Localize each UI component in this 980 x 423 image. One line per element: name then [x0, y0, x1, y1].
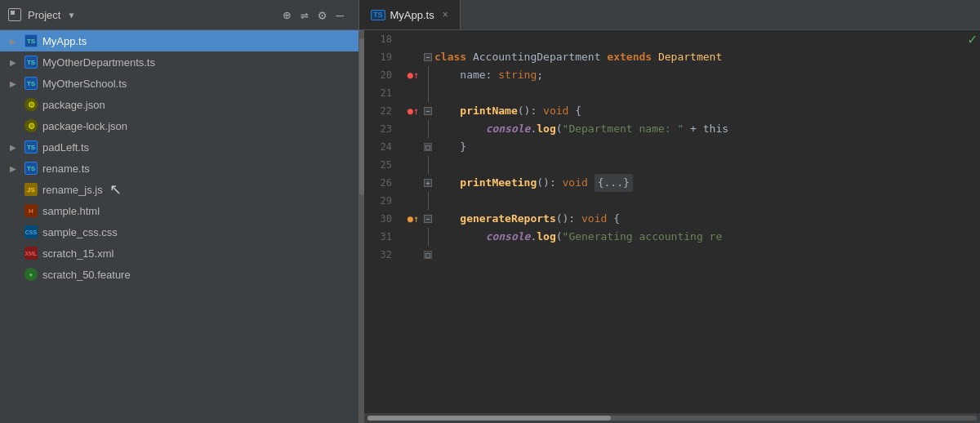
- json-file-icon: ⚙: [24, 119, 38, 132]
- line-num-20: 20: [364, 66, 399, 84]
- tab-filename: MyApp.ts: [390, 9, 434, 21]
- line-num-30: 30: [364, 210, 399, 228]
- gutter-20: [421, 66, 434, 84]
- type-void-3: void: [581, 210, 613, 228]
- file-label: sample_css.css: [42, 226, 118, 238]
- sidebar-item-myapp-ts[interactable]: ▶ TS MyApp.ts: [0, 30, 359, 51]
- gutter-line-25: [428, 156, 429, 174]
- code-line-32: [434, 246, 980, 264]
- breakpoint-arrow-20: ●↑: [408, 70, 419, 80]
- file-label: MyOtherDepartments.ts: [42, 56, 155, 69]
- code-line-20[interactable]: name: string ;: [434, 66, 980, 84]
- gutter-line-31: [428, 228, 429, 246]
- code-line-26[interactable]: printMeeting (): void {...}: [434, 174, 980, 192]
- fold-start-icon[interactable]: −: [424, 53, 432, 61]
- sidebar-item-package-json[interactable]: ⚙ package.json: [0, 94, 359, 115]
- add-icon[interactable]: ⊕: [283, 7, 291, 23]
- gutter-24: □: [421, 138, 434, 156]
- settings-icon[interactable]: ⚙: [318, 7, 327, 23]
- main-layout: ▶ TS MyApp.ts ▶ TS MyOtherDepartments.ts…: [0, 30, 980, 423]
- console-obj: console: [486, 120, 531, 138]
- keyword-extends: extends: [607, 48, 658, 66]
- code-paren3: ():: [537, 174, 562, 192]
- sidebar-item-myother-departments[interactable]: ▶ TS MyOtherDepartments.ts: [0, 51, 359, 73]
- sidebar-item-sample-html[interactable]: H sample.html: [0, 200, 359, 221]
- project-label: Project: [28, 9, 60, 21]
- layout-icon[interactable]: ⇌: [301, 7, 309, 23]
- code-line-30[interactable]: generateReports (): void {: [434, 210, 980, 228]
- code-semicolon: ;: [537, 66, 543, 84]
- ts-file-icon: TS: [24, 140, 38, 154]
- code-indent-26: [434, 174, 460, 192]
- code-line-29: [434, 192, 980, 210]
- file-label: sample.html: [42, 205, 100, 217]
- code-line-24[interactable]: }: [434, 138, 980, 156]
- code-dot: .: [530, 120, 537, 138]
- indicator-20[interactable]: ●↑: [405, 66, 421, 84]
- indicator-29: [405, 192, 421, 210]
- ts-file-icon: TS: [24, 34, 38, 47]
- method-printmeeting: printMeeting: [460, 174, 537, 192]
- indicator-22[interactable]: ●↑: [405, 102, 421, 120]
- gutter-21: [421, 84, 434, 102]
- sidebar-item-sample-css[interactable]: CSS sample_css.css: [0, 221, 359, 243]
- ts-file-icon: TS: [24, 77, 38, 90]
- breakpoint-arrow-22: ●↑: [408, 106, 419, 116]
- panel-toggle-icon[interactable]: [8, 8, 21, 21]
- xml-file-icon: XML: [24, 247, 38, 260]
- code-indent-24: [434, 138, 460, 156]
- fold-close-32[interactable]: □: [424, 251, 432, 259]
- file-label: scratch_15.xml: [42, 247, 114, 260]
- sidebar-item-padleft-ts[interactable]: ▶ TS padLeft.ts: [0, 136, 359, 158]
- fold-open-icon-22[interactable]: −: [424, 107, 432, 115]
- horizontal-scrollbar[interactable]: [364, 413, 980, 423]
- gutter-26[interactable]: +: [421, 174, 434, 192]
- method-log: log: [537, 120, 555, 138]
- gutter-31: [421, 228, 434, 246]
- tab-close-button[interactable]: ×: [443, 9, 448, 20]
- method-printname: printName: [460, 102, 517, 120]
- arrow-icon: ▶: [10, 79, 20, 88]
- active-tab[interactable]: TS MyApp.ts ×: [359, 0, 461, 29]
- tab-section: TS MyApp.ts ×: [359, 0, 980, 29]
- sidebar-item-rename-ts[interactable]: ▶ TS rename.ts: [0, 158, 359, 179]
- code-lines: class AccountingDepartment extends Depar…: [434, 30, 980, 413]
- gutter-30[interactable]: −: [421, 210, 434, 228]
- gutter-23: [421, 120, 434, 138]
- gutter-line-23: [428, 120, 429, 138]
- type-void: void: [543, 102, 575, 120]
- class-accounting: AccountingDepartment: [473, 48, 607, 66]
- line-num-31: 31: [364, 228, 399, 246]
- toolbar-icons: ⊕ ⇌ ⚙ —: [283, 7, 344, 23]
- indicator-19: [405, 48, 421, 66]
- line-num-21: 21: [364, 84, 399, 102]
- scrollbar-thumb[interactable]: [368, 416, 611, 421]
- indicator-30[interactable]: ●↑: [405, 210, 421, 228]
- collapsed-block[interactable]: {...}: [595, 174, 633, 192]
- sidebar-item-scratch-xml[interactable]: XML scratch_15.xml: [0, 243, 359, 264]
- sidebar-item-scratch-feature[interactable]: ● scratch_50.feature: [0, 264, 359, 285]
- gutter-22[interactable]: −: [421, 102, 434, 120]
- fold-collapsed-icon[interactable]: +: [424, 179, 432, 187]
- indicator-32: [405, 246, 421, 264]
- gutter-19[interactable]: −: [421, 48, 434, 66]
- code-line-19[interactable]: class AccountingDepartment extends Depar…: [434, 48, 980, 66]
- method-generatereports: generateReports: [460, 210, 555, 228]
- brace-open: {: [575, 102, 581, 120]
- dropdown-arrow-icon[interactable]: ▼: [69, 11, 74, 20]
- minimize-icon[interactable]: —: [336, 7, 344, 23]
- fold-close-24[interactable]: □: [424, 143, 432, 151]
- sidebar-item-myother-school[interactable]: ▶ TS MyOtherSchool.ts: [0, 73, 359, 94]
- code-line-23[interactable]: console . log ( "Department name: " + th…: [434, 120, 980, 138]
- class-department: Department: [658, 48, 722, 66]
- line-num-26: 26: [364, 174, 399, 192]
- code-line-22[interactable]: printName (): void {: [434, 102, 980, 120]
- code-dot2: .: [530, 228, 537, 246]
- line-num-23: 23: [364, 120, 399, 138]
- code-line-31[interactable]: console . log ( "Generating accounting r…: [434, 228, 980, 246]
- sidebar-item-package-lock-json[interactable]: ⚙ package-lock.json: [0, 115, 359, 136]
- code-paren5: (: [556, 228, 563, 246]
- gutter-25: [421, 156, 434, 174]
- sidebar-item-rename-js[interactable]: JS rename_js.js ↖: [0, 179, 359, 200]
- fold-open-icon-30[interactable]: −: [424, 215, 432, 223]
